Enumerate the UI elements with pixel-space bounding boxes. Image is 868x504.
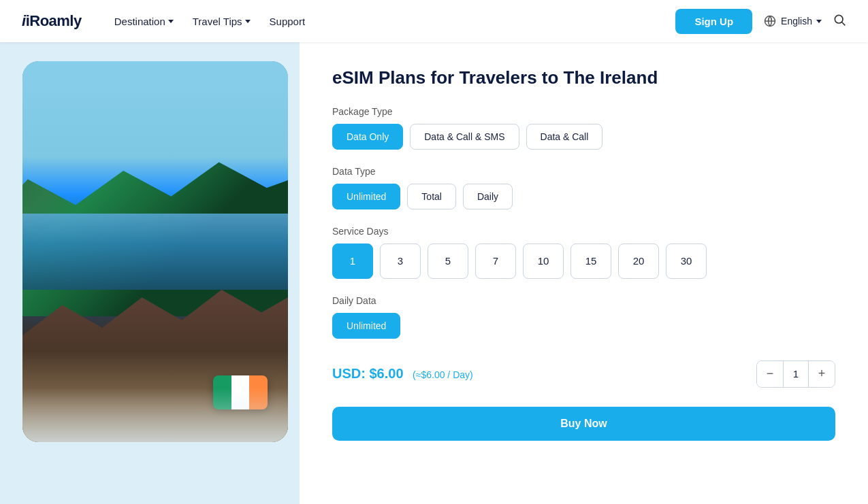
signup-button[interactable]: Sign Up: [675, 9, 752, 34]
day-btn-7[interactable]: 7: [475, 243, 516, 279]
day-btn-30[interactable]: 30: [666, 243, 707, 279]
svg-line-2: [842, 22, 846, 25]
package-type-options: Data Only Data & Call & SMS Data & Call: [332, 124, 835, 150]
page-title: eSIM Plans for Travelers to The Ireland: [332, 67, 835, 90]
day-btn-5[interactable]: 5: [428, 243, 468, 279]
flag-green: [213, 375, 231, 409]
price-per-day: (≈$6.00 / Day): [413, 369, 473, 380]
waves: [22, 214, 288, 290]
buy-now-button[interactable]: Buy Now: [332, 407, 835, 441]
data-type-options: Unlimited Total Daily: [332, 184, 835, 209]
daily-data-section: Daily Data Unlimited: [332, 295, 835, 339]
package-type-section: Package Type Data Only Data & Call & SMS…: [332, 106, 835, 150]
daily-data-label: Daily Data: [332, 295, 835, 306]
nav-travel-tips[interactable]: Travel Tips: [193, 16, 251, 27]
package-data-only[interactable]: Data Only: [332, 124, 403, 150]
data-type-label: Data Type: [332, 166, 835, 177]
service-days-label: Service Days: [332, 226, 835, 237]
daily-data-options: Unlimited: [332, 313, 835, 339]
logo[interactable]: iiRoamly: [22, 12, 82, 30]
main-content: eSIM Plans for Travelers to The Ireland …: [0, 42, 868, 504]
chevron-down-icon: [168, 20, 174, 23]
globe-icon: [763, 14, 777, 28]
language-selector[interactable]: English: [763, 14, 822, 28]
data-type-daily[interactable]: Daily: [463, 184, 513, 209]
chevron-down-icon: [816, 20, 822, 23]
data-type-unlimited[interactable]: Unlimited: [332, 184, 400, 209]
navbar: iiRoamly Destination Travel Tips Support…: [0, 0, 868, 42]
package-data-call-sms[interactable]: Data & Call & SMS: [410, 124, 519, 150]
nav-right: Sign Up English: [675, 9, 846, 34]
flag-orange: [249, 375, 268, 409]
destination-image: [22, 61, 288, 442]
data-type-section: Data Type Unlimited Total Daily: [332, 166, 835, 209]
nav-links: Destination Travel Tips Support: [114, 16, 654, 27]
left-panel: [0, 42, 300, 504]
service-days-options: 1 3 5 7 10 15 20 30: [332, 243, 835, 279]
nav-destination[interactable]: Destination: [114, 16, 174, 27]
day-btn-20[interactable]: 20: [618, 243, 659, 279]
quantity-value: 1: [783, 361, 809, 387]
day-btn-15[interactable]: 15: [570, 243, 611, 279]
svg-point-1: [835, 15, 843, 23]
package-data-call[interactable]: Data & Call: [526, 124, 603, 150]
search-icon[interactable]: [833, 13, 846, 30]
service-days-section: Service Days 1 3 5 7 10 15 20 30: [332, 226, 835, 279]
daily-data-unlimited[interactable]: Unlimited: [332, 313, 400, 339]
data-type-total[interactable]: Total: [407, 184, 456, 209]
flag-white: [231, 375, 250, 409]
ireland-flag: [213, 375, 268, 409]
quantity-increase-button[interactable]: +: [809, 361, 835, 387]
day-btn-1[interactable]: 1: [332, 243, 373, 279]
day-btn-3[interactable]: 3: [380, 243, 421, 279]
day-btn-10[interactable]: 10: [523, 243, 564, 279]
package-type-label: Package Type: [332, 106, 835, 117]
pricing-row: USD: $6.00 (≈$6.00 / Day) − 1 +: [332, 360, 835, 388]
quantity-decrease-button[interactable]: −: [757, 361, 783, 387]
right-panel: eSIM Plans for Travelers to The Ireland …: [300, 42, 868, 504]
chevron-down-icon: [245, 20, 251, 23]
nav-support[interactable]: Support: [270, 16, 306, 27]
quantity-control: − 1 +: [756, 360, 835, 388]
price-display: USD: $6.00 (≈$6.00 / Day): [332, 366, 473, 382]
